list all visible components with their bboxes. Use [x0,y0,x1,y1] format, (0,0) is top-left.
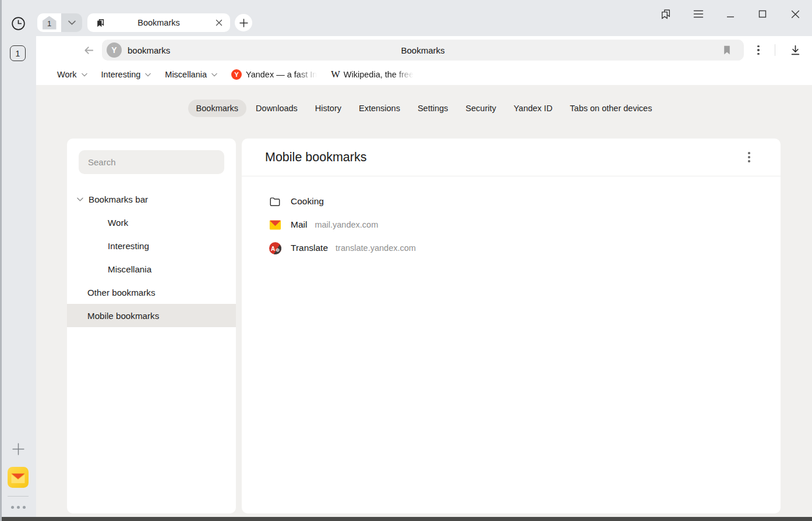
tab-downloads[interactable]: Downloads [248,100,306,117]
stacked-bookmarks-icon [659,7,673,21]
tree-item-interesting[interactable]: Interesting [67,234,236,257]
folder-label: Interesting [101,70,141,79]
tree-item-other-bookmarks[interactable]: Other bookmarks [67,281,236,304]
bookmarks-bar-link-wikipedia[interactable]: W Wikipedia, the free [324,66,421,83]
browser-menu-button[interactable] [690,5,707,23]
tree-item-mobile-bookmarks[interactable]: Mobile bookmarks [67,304,236,327]
folder-tree: Bookmarks bar Work Interesting Miscellan… [67,187,236,327]
tree-item-label: Work [108,218,128,228]
dot-icon [757,53,760,55]
bookmark-name: Mail [291,219,307,230]
dot-icon [748,152,750,154]
svg-text:A: A [271,245,275,251]
tree-item-label: Interesting [108,241,149,251]
url-text: bookmarks [128,40,170,61]
tree-item-work[interactable]: Work [67,211,236,234]
site-badge-letter: Y [111,45,116,55]
tab-counter-button[interactable]: 1 [37,13,61,32]
bookmarks-bar-link-yandex[interactable]: Y Yandex — a fast In [224,66,324,83]
minimize-icon [726,9,735,19]
chevron-down-icon [82,73,87,77]
workspace-number: 1 [16,49,20,58]
list-item-translate[interactable]: A Translate translate.yandex.com [242,236,781,260]
workspace-button[interactable]: 1 [10,45,26,61]
page-nav: Bookmarks Downloads History Extensions S… [36,100,812,117]
add-panel-button[interactable] [9,440,27,458]
strip-divider [8,496,29,497]
bookmark-url: mail.yandex.com [315,220,378,229]
active-tab[interactable]: Bookmarks [87,13,230,32]
new-tab-button[interactable] [235,14,252,31]
tab-bookmarks[interactable]: Bookmarks [188,100,247,117]
folder-icon [269,195,281,208]
close-icon [790,9,800,19]
panel-header: Mobile bookmarks [242,139,781,176]
tab-close-button[interactable] [214,17,224,28]
bookmark-name: Cooking [291,196,324,207]
back-button[interactable] [80,41,97,59]
bookmark-name: Translate [291,243,328,253]
dot-icon [748,156,750,158]
address-bar[interactable]: Y bookmarks Bookmarks [102,40,744,61]
dot-icon [757,45,760,48]
tab-list-dropdown-button[interactable] [61,13,82,32]
panel-menu-button[interactable] [741,149,757,165]
page-title: Bookmarks [102,40,744,61]
tree-item-label: Bookmarks bar [89,194,148,204]
search-input[interactable] [79,157,224,167]
tree-item-label: Other bookmarks [87,288,155,297]
address-bar-menu-button[interactable] [750,42,767,58]
tab-history[interactable]: History [307,100,349,117]
dot-icon [17,506,20,509]
search-box [79,150,224,174]
side-strip: 1 [0,36,36,517]
maximize-button[interactable] [754,5,771,23]
bookmarks-panel-button[interactable] [657,5,675,23]
toolbar-separator [775,44,775,56]
maximize-icon [758,9,767,19]
bookmarks-bar-folder-work[interactable]: Work [50,66,94,83]
more-panels-button[interactable] [9,504,28,511]
dot-icon [23,506,26,509]
list-item-mail[interactable]: Mail mail.yandex.com [242,213,781,236]
downloads-button[interactable] [786,41,804,59]
tab-strip: 1 Bookmarks [0,0,812,36]
site-badge-icon: Y [107,42,122,58]
bookmarks-main-panel: Mobile bookmarks Cooking [242,139,781,513]
close-icon [216,19,223,26]
hamburger-menu-icon [693,9,704,19]
tree-item-bookmarks-bar[interactable]: Bookmarks bar [67,187,236,211]
tab-title: Bookmarks [87,18,230,27]
panel-title: Mobile bookmarks [265,150,741,165]
bookmarks-bar-folder-miscellania[interactable]: Miscellania [158,66,224,83]
dot-icon [748,160,750,162]
tree-item-miscellania[interactable]: Miscellania [67,257,236,281]
bookmarks-bar: Work Interesting Miscellania Y Yandex — … [36,64,812,85]
bookmark-flag-icon[interactable] [721,44,733,56]
list-item-cooking[interactable]: Cooking [242,190,781,213]
link-label: Wikipedia, the free [344,70,414,79]
bookmark-list: Cooking Mail mail.yandex.com [242,176,781,260]
window-close-button[interactable] [786,5,804,23]
minimize-button[interactable] [722,5,739,23]
toolbar: Y bookmarks Bookmarks [36,36,812,64]
tab-settings[interactable]: Settings [409,100,456,117]
history-clock-button[interactable] [9,15,27,32]
tab-extensions[interactable]: Extensions [351,100,408,117]
browser-window: 1 Bookmarks [0,0,812,521]
tab-security[interactable]: Security [457,100,504,117]
link-label: Yandex — a fast In [246,70,317,79]
yandex-mail-app-button[interactable] [8,467,29,488]
bookmark-url: translate.yandex.com [336,243,416,253]
background-window-edge [0,517,812,521]
back-arrow-icon [82,43,96,58]
tree-item-label: Miscellania [108,264,151,274]
tab-other-devices[interactable]: Tabs on other devices [562,100,660,117]
bookmarks-bar-folder-interesting[interactable]: Interesting [94,66,158,83]
plus-icon [12,442,25,456]
download-icon [788,43,803,58]
tree-item-label: Mobile bookmarks [87,311,159,321]
chevron-down-icon [77,197,83,201]
dot-icon [757,49,760,51]
tab-yandex-id[interactable]: Yandex ID [506,100,561,117]
